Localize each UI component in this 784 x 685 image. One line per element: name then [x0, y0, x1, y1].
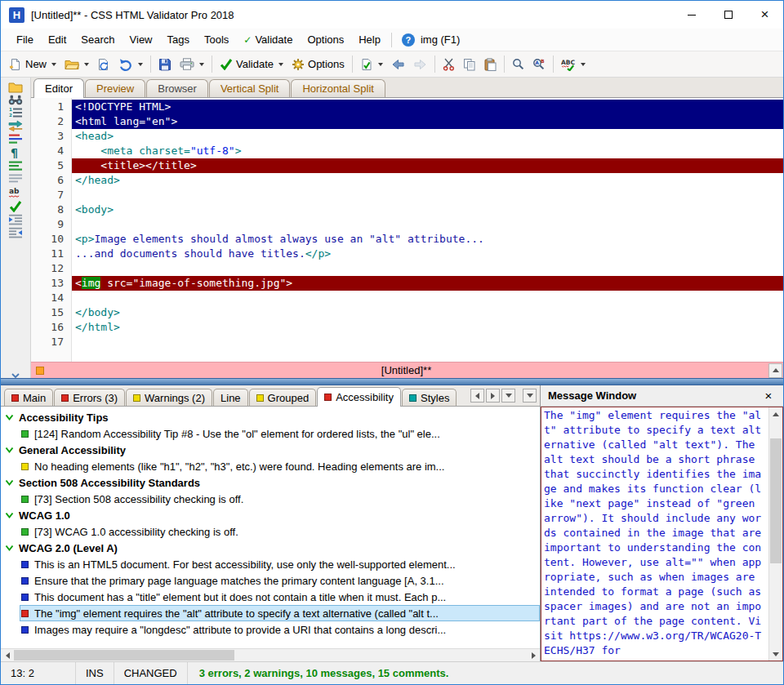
tree-group-general-accessibility[interactable]: General Accessibility [1, 442, 540, 458]
scroll-down-button[interactable] [769, 647, 782, 661]
validate-button[interactable]: Validate [216, 54, 287, 74]
code-line[interactable]: <html lang="en"> [72, 114, 783, 129]
context-help-button[interactable]: img (F1) [402, 33, 460, 47]
spelling-button[interactable]: ab [5, 186, 27, 198]
menu-options[interactable]: Options [300, 29, 351, 51]
tab-warnings-2[interactable]: Warnings (2) [126, 389, 212, 406]
word-wrap-button[interactable] [5, 173, 27, 185]
code-line[interactable]: <img src="image-of-something.jpg"> [72, 276, 783, 291]
code-line[interactable] [72, 217, 783, 232]
tree-item[interactable]: The "img" element requires the "alt" att… [1, 605, 540, 621]
code-editor[interactable]: 1234567891011121314151617 <!DOCTYPE HTML… [31, 98, 783, 362]
tab-browser[interactable]: Browser [146, 79, 208, 97]
code-line[interactable] [72, 291, 783, 305]
code-line[interactable]: <meta charset="utf-8"> [72, 144, 783, 158]
menu-tags[interactable]: Tags [160, 29, 197, 51]
tree-item[interactable]: [73] Section 508 accessibility checking … [1, 491, 540, 507]
tree-item[interactable]: This is an HTML5 document. For best acce… [1, 556, 540, 572]
show-formatting-button[interactable]: ¶ [5, 146, 27, 158]
tree-item[interactable]: [124] Random Accessibility Tip #8 - Use … [1, 425, 540, 442]
tab-vertical-split[interactable]: Vertical Split [209, 79, 291, 97]
tab-list-button[interactable] [501, 389, 515, 403]
horizontal-scroll-thumb[interactable] [14, 650, 234, 661]
outdent-button[interactable] [5, 227, 27, 238]
reload-document-button[interactable] [93, 54, 114, 74]
tab-scroll-left-button[interactable] [470, 389, 484, 403]
tab-styles[interactable]: Styles [402, 389, 457, 406]
menu-tools[interactable]: Tools [197, 29, 236, 51]
menu-help[interactable]: Help [351, 29, 388, 51]
spellcheck-button[interactable]: ABC [557, 54, 590, 74]
tree-item[interactable]: Ensure that the primary page language ma… [1, 572, 540, 589]
tree-item[interactable]: [73] WCAG 1.0 accessibility checking is … [1, 523, 540, 540]
tab-errors-3[interactable]: Errors (3) [54, 389, 125, 406]
indent-button[interactable] [5, 214, 27, 225]
highlight-lines-button[interactable] [5, 133, 27, 145]
document-tools-button[interactable] [356, 54, 387, 74]
find-in-files-button[interactable] [5, 95, 27, 105]
open-file-button[interactable] [5, 82, 27, 93]
code-line[interactable] [72, 261, 783, 276]
compare-files-button[interactable] [5, 120, 27, 131]
forward-button[interactable] [409, 54, 431, 74]
replace-button[interactable]: AB [528, 54, 550, 74]
tree-horizontal-scrollbar[interactable] [1, 648, 540, 661]
align-lines-button[interactable] [5, 160, 27, 171]
tab-editor[interactable]: Editor [33, 78, 84, 98]
horizontal-scroll-track[interactable] [234, 649, 527, 661]
menu-file[interactable]: File [9, 29, 41, 51]
code-line[interactable]: <!DOCTYPE HTML> [72, 100, 783, 114]
code-line[interactable] [72, 188, 783, 202]
tree-item[interactable]: Images may require a "longdesc" attribut… [1, 621, 540, 638]
panel-menu-button[interactable] [523, 389, 537, 403]
code-line[interactable] [72, 335, 783, 349]
tree-group-accessibility-tips[interactable]: Accessibility Tips [1, 409, 540, 425]
tree-group-section-508-accessibility-standards[interactable]: Section 508 Accessibility Standards [1, 474, 540, 491]
code-line[interactable]: </html> [72, 320, 783, 335]
tree-item[interactable]: This document has a "title" element but … [1, 589, 540, 605]
menu-view[interactable]: View [122, 29, 160, 51]
scroll-right-button[interactable] [527, 649, 540, 661]
code-line[interactable]: <p>Image elements should almost always u… [72, 232, 783, 247]
close-button[interactable] [746, 1, 783, 29]
code-line[interactable]: </body> [72, 305, 783, 320]
line-numbers-button[interactable]: 12 [5, 107, 27, 118]
code-lines[interactable]: <!DOCTYPE HTML><html lang="en"><head> <m… [72, 98, 783, 362]
tab-accessibility[interactable]: Accessibility [317, 387, 401, 407]
menu-edit[interactable]: Edit [41, 29, 74, 51]
menu-search[interactable]: Search [74, 29, 122, 51]
document-bar[interactable]: [Untitled]** [31, 362, 783, 378]
options-button[interactable]: Options [287, 54, 349, 74]
code-line[interactable]: <head> [72, 129, 783, 144]
tab-scroll-right-button[interactable] [486, 389, 500, 403]
minimize-button[interactable] [673, 1, 710, 29]
paste-button[interactable] [480, 54, 501, 74]
tree-item[interactable]: No heading elements (like "h1", "h2", "h… [1, 458, 540, 474]
new-document-button[interactable]: New [5, 54, 60, 74]
code-line[interactable]: </head> [72, 173, 783, 188]
undo-button[interactable] [114, 54, 147, 74]
scroll-up-button[interactable] [768, 363, 782, 378]
open-button[interactable] [60, 54, 93, 74]
scroll-up-button[interactable] [769, 407, 782, 420]
code-line[interactable]: ...and documents should have titles.</p> [72, 247, 783, 261]
quick-validate-button[interactable] [5, 200, 27, 212]
maximize-button[interactable] [710, 1, 746, 29]
tree-group-wcag-1-0[interactable]: WCAG 1.0 [1, 507, 540, 523]
tab-grouped[interactable]: Grouped [249, 389, 317, 406]
print-button[interactable] [176, 54, 208, 74]
vertical-scroll-thumb[interactable] [770, 438, 782, 563]
tree-group-wcag-2-0-level-a[interactable]: WCAG 2.0 (Level A) [1, 540, 540, 556]
back-button[interactable] [387, 54, 409, 74]
cut-button[interactable] [439, 54, 459, 74]
tab-horizontal-split[interactable]: Horizontal Split [291, 79, 385, 97]
save-button[interactable] [154, 54, 176, 74]
scroll-left-button[interactable] [1, 649, 14, 661]
tab-line[interactable]: Line [213, 389, 248, 406]
code-line[interactable]: <body> [72, 202, 783, 217]
code-line[interactable]: <title></title> [72, 158, 783, 173]
horizontal-splitter[interactable] [1, 378, 783, 385]
vertical-scroll-track[interactable] [769, 420, 782, 647]
results-tree[interactable]: Accessibility Tips[124] Random Accessibi… [1, 407, 540, 648]
message-scrollbar[interactable] [768, 407, 782, 661]
